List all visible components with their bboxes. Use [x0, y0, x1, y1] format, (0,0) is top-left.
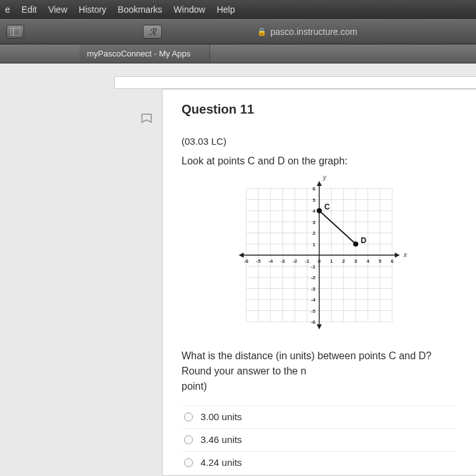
svg-text:4: 4 — [366, 258, 369, 264]
svg-text:-5: -5 — [311, 308, 316, 314]
svg-text:-3: -3 — [281, 258, 286, 264]
answer-option[interactable]: 3.46 units — [182, 428, 457, 450]
svg-text:-1: -1 — [305, 258, 310, 264]
answer-option[interactable]: 3.00 units — [182, 406, 457, 427]
svg-marker-31 — [239, 253, 244, 258]
menu-item-help[interactable]: Help — [216, 4, 235, 15]
svg-text:0: 0 — [318, 258, 321, 264]
svg-text:-2: -2 — [293, 258, 298, 264]
menu-item-app[interactable]: e — [5, 4, 10, 15]
svg-text:x: x — [403, 251, 407, 258]
svg-marker-30 — [395, 253, 400, 258]
svg-text:-5: -5 — [256, 258, 261, 264]
svg-text:6: 6 — [313, 186, 316, 192]
radio-icon[interactable] — [184, 458, 193, 467]
svg-text:5: 5 — [379, 258, 382, 264]
background-panel-edge — [114, 76, 476, 89]
browser-tab[interactable]: myPascoConnect - My Apps — [79, 44, 210, 63]
radio-icon[interactable] — [184, 435, 193, 444]
svg-text:2: 2 — [342, 258, 345, 264]
svg-text:C: C — [324, 202, 330, 211]
tab-bar: myPascoConnect - My Apps — [0, 44, 476, 63]
svg-point-64 — [354, 242, 359, 247]
svg-text:-2: -2 — [311, 275, 316, 281]
svg-text:-3: -3 — [311, 286, 316, 292]
answer-label: 3.00 units — [201, 411, 242, 422]
question-title: Question 11 — [182, 102, 457, 117]
svg-marker-33 — [317, 324, 322, 329]
url-text: pasco.instructure.com — [270, 27, 357, 37]
question-panel: Question 11 (03.03 LC) Look at points C … — [162, 89, 476, 476]
svg-text:-4: -4 — [268, 258, 274, 264]
svg-text:-4: -4 — [311, 297, 316, 303]
svg-rect-0 — [10, 28, 20, 36]
svg-text:y: y — [322, 176, 327, 181]
lock-icon: 🔒 — [257, 27, 267, 36]
svg-text:1: 1 — [313, 242, 316, 248]
svg-line-61 — [319, 211, 356, 244]
svg-text:3: 3 — [354, 258, 357, 264]
answer-list: 3.00 units 3.46 units 4.24 units — [182, 406, 457, 473]
svg-text:D: D — [361, 236, 367, 245]
page-content: Question 11 (03.03 LC) Look at points C … — [0, 63, 476, 476]
browser-toolbar: ℛ 🔒 pasco.instructure.com — [0, 19, 476, 44]
menu-item-edit[interactable]: Edit — [22, 4, 37, 15]
answer-label: 4.24 units — [201, 457, 242, 468]
svg-text:6: 6 — [391, 258, 394, 264]
svg-text:-6: -6 — [244, 258, 249, 264]
answer-label: 3.46 units — [201, 434, 242, 445]
menu-item-window[interactable]: Window — [174, 4, 206, 15]
os-menu-bar: e Edit View History Bookmarks Window Hel… — [0, 0, 476, 19]
svg-text:-6: -6 — [311, 319, 316, 325]
svg-text:-1: -1 — [311, 264, 316, 270]
coordinate-graph: -6-5-4-3-2-10123456-6-5-4-3-2-1123456xyC… — [227, 176, 411, 337]
radio-icon[interactable] — [184, 413, 193, 421]
svg-text:4: 4 — [313, 208, 316, 214]
question-code: (03.03 LC) — [182, 136, 457, 147]
svg-text:5: 5 — [313, 197, 316, 203]
svg-marker-32 — [317, 181, 322, 186]
svg-point-62 — [317, 208, 322, 213]
reader-mode-button[interactable]: ℛ — [143, 25, 162, 39]
question-text: What is the distance (in units) between … — [182, 348, 457, 394]
sidebar-toggle-button[interactable] — [6, 25, 24, 39]
svg-text:1: 1 — [330, 258, 333, 264]
address-bar[interactable]: 🔒 pasco.instructure.com — [257, 27, 357, 37]
flag-icon[interactable] — [140, 113, 154, 129]
svg-text:2: 2 — [313, 230, 316, 236]
menu-item-bookmarks[interactable]: Bookmarks — [118, 4, 162, 15]
question-prompt: Look at points C and D on the graph: — [182, 155, 457, 167]
answer-option[interactable]: 4.24 units — [182, 451, 457, 473]
tab-title: myPascoConnect - My Apps — [87, 49, 190, 58]
menu-item-history[interactable]: History — [79, 4, 107, 15]
menu-item-view[interactable]: View — [48, 4, 67, 15]
svg-text:3: 3 — [313, 220, 316, 225]
